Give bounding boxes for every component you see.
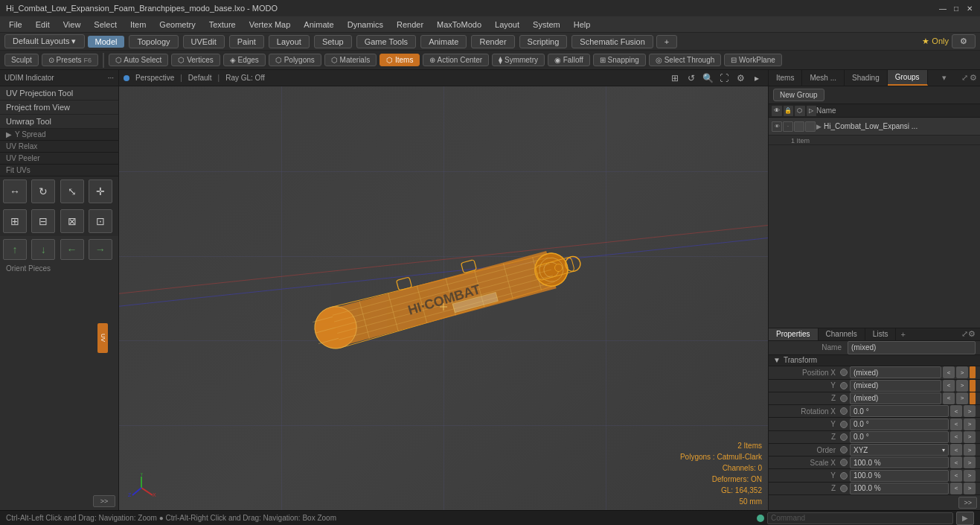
scale-x-btn2[interactable]: > [964, 456, 976, 468]
prop-expand-icon[interactable]: ⤢ [961, 329, 968, 339]
rp-settings-btn[interactable]: ⚙ [970, 73, 977, 83]
uv-grid-btn3[interactable]: ⊠ [60, 209, 84, 233]
uv-peeler-section[interactable]: UV Peeler [0, 153, 118, 165]
sculpt-button[interactable]: Sculpt [4, 54, 39, 66]
materials-button[interactable]: ⬡ Materials [324, 54, 377, 66]
tab-uvedit[interactable]: UVEdit [183, 35, 225, 48]
auto-select-button[interactable]: ⬡ Auto Select [109, 54, 168, 66]
polygons-button[interactable]: ⬡ Polygons [269, 54, 321, 66]
tab-gametools[interactable]: Game Tools [356, 35, 417, 48]
minimize-button[interactable]: — [938, 4, 947, 13]
rotation-z-btn2[interactable]: > [964, 431, 976, 443]
arrow-down-btn[interactable]: ↓ [31, 239, 55, 260]
prop-settings-icon[interactable]: ⚙ [968, 329, 976, 339]
snapping-button[interactable]: ⊞ Snapping [593, 54, 646, 66]
move-icon-btn[interactable]: ↔ [3, 179, 27, 203]
viewport-canvas[interactable]: HI·COMBAT [119, 86, 768, 510]
menu-texture[interactable]: Texture [203, 19, 242, 31]
menu-select[interactable]: Select [88, 19, 123, 31]
command-execute-button[interactable]: ▶ [956, 512, 974, 525]
scale-y-dot[interactable] [840, 472, 848, 480]
items-button[interactable]: ⬡ Items [379, 54, 420, 66]
menu-render[interactable]: Render [391, 19, 429, 31]
tab-items[interactable]: Items [769, 70, 802, 86]
edges-button[interactable]: ◈ Edges [223, 54, 266, 66]
viewport-icon-2[interactable]: ↺ [685, 71, 698, 85]
menu-animate[interactable]: Animate [298, 19, 339, 31]
position-y-btn2[interactable]: > [956, 380, 968, 392]
order-dot[interactable] [840, 446, 848, 454]
uv-projection-tool[interactable]: UV Projection Tool [0, 86, 118, 101]
viewport[interactable]: Perspective | Default | Ray GL: Off ⊞ ↺ … [119, 70, 768, 510]
viewport-icon-1[interactable]: ⊞ [668, 71, 682, 85]
add-tab-button[interactable]: + [656, 35, 677, 48]
scale-z-btn2[interactable]: > [964, 483, 976, 494]
scale-x-value[interactable]: 100.0 % [850, 456, 949, 468]
viewport-icon-3[interactable]: 🔍 [701, 71, 714, 85]
prop-more-button[interactable]: >> [958, 497, 977, 509]
more-button[interactable]: >> [93, 495, 115, 507]
symmetry-button[interactable]: ⧫ Symmetry [492, 54, 545, 66]
menu-system[interactable]: System [527, 19, 566, 31]
position-z-dot[interactable] [840, 395, 848, 402]
menu-file[interactable]: File [3, 19, 28, 31]
uv-relax-section[interactable]: UV Relax [0, 141, 118, 153]
order-btn1[interactable]: < [950, 444, 962, 456]
position-z-btn1[interactable]: < [943, 392, 955, 404]
scale-z-btn1[interactable]: < [950, 483, 962, 494]
scale-z-value[interactable]: 100.0 % [850, 483, 949, 494]
arrow-right-btn[interactable]: → [89, 239, 112, 260]
menu-layout[interactable]: Layout [489, 19, 525, 31]
fit-uvs-section[interactable]: Fit UVs [0, 165, 118, 176]
default-layouts-dropdown[interactable]: Default Layouts ▾ [4, 34, 85, 48]
rotation-x-btn2[interactable]: > [964, 405, 976, 417]
position-y-btn1[interactable]: < [943, 380, 955, 392]
tab-animate[interactable]: Animate [420, 35, 467, 48]
select-through-button[interactable]: ◎ Select Through [649, 54, 721, 66]
position-x-btn2[interactable]: > [956, 366, 968, 378]
tab-dropdown[interactable]: ▾ [938, 70, 951, 86]
star-only-button[interactable]: ★ Only [922, 36, 949, 46]
scale-x-btn1[interactable]: < [950, 456, 962, 468]
scale-y-btn2[interactable]: > [964, 470, 976, 482]
command-input[interactable]: Command [767, 512, 953, 524]
rotation-x-btn1[interactable]: < [950, 405, 962, 417]
item-check-2[interactable] [805, 121, 816, 132]
tab-mesh[interactable]: Mesh ... [802, 70, 845, 86]
uv-grid-btn2[interactable]: ⊟ [31, 209, 55, 233]
tab-layout[interactable]: Layout [269, 35, 310, 48]
tab-render[interactable]: Render [471, 35, 514, 48]
transform-section[interactable]: ▼ Transform [769, 355, 980, 367]
rotation-z-value[interactable]: 0.0 ° [850, 431, 949, 443]
arrow-up-btn[interactable]: ↑ [3, 239, 27, 260]
position-x-dot[interactable] [840, 369, 848, 376]
rp-expand-btn[interactable]: ⤢ [961, 73, 968, 83]
tab-paint[interactable]: Paint [229, 35, 264, 48]
item-lock-icon[interactable]: · [783, 121, 793, 132]
scale-y-btn1[interactable]: < [950, 470, 962, 482]
action-center-button[interactable]: ⊕ Action Center [423, 54, 489, 66]
item-vis-icon[interactable]: 👁 [772, 121, 782, 132]
position-x-value[interactable]: (mixed) [850, 366, 941, 378]
tab-schematic[interactable]: Schematic Fusion [571, 35, 653, 48]
rotate-icon-btn[interactable]: ↻ [31, 179, 55, 203]
menu-dynamics[interactable]: Dynamics [342, 19, 389, 31]
item-check-1[interactable] [794, 121, 804, 132]
position-z-btn2[interactable]: > [956, 392, 968, 404]
prop-tab-channels[interactable]: Channels [819, 328, 865, 340]
project-from-view[interactable]: Project from View [0, 101, 118, 115]
position-z-value[interactable]: (mixed) [850, 392, 941, 404]
position-y-dot[interactable] [840, 382, 848, 389]
prop-tab-lists[interactable]: Lists [865, 328, 897, 340]
menu-help[interactable]: Help [568, 19, 597, 31]
menu-geometry[interactable]: Geometry [153, 19, 201, 31]
prop-tab-expand[interactable]: ⤢ ⚙ [957, 328, 980, 340]
order-btn2[interactable]: > [964, 444, 976, 456]
menu-edit[interactable]: Edit [30, 19, 56, 31]
tab-scripting[interactable]: Scripting [519, 35, 568, 48]
workplane-button[interactable]: ⊟ WorkPlane [724, 54, 782, 66]
scale-y-value[interactable]: 100.0 % [850, 470, 949, 482]
rotation-x-dot[interactable] [840, 407, 848, 415]
uv-grid-btn4[interactable]: ⊡ [89, 209, 112, 233]
settings-button[interactable]: ⚙ [952, 34, 976, 48]
